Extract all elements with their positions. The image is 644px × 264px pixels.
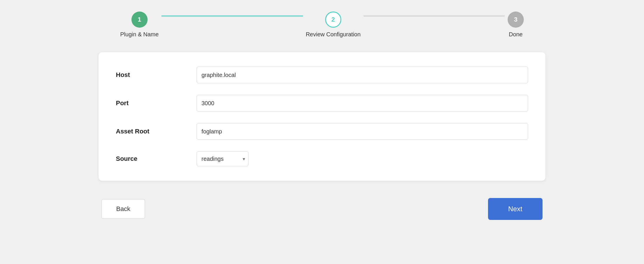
connector-1 [161, 16, 303, 16]
step-1-label: Plugin & Name [120, 31, 159, 38]
host-row: Host [116, 67, 528, 83]
step-1-circle: 1 [131, 12, 148, 28]
host-input[interactable] [197, 67, 528, 83]
source-select[interactable]: readings statistics [197, 151, 248, 166]
port-row: Port [116, 95, 528, 112]
asset-root-input[interactable] [197, 123, 528, 140]
step-3: 3 Done [508, 12, 524, 38]
step-3-label: Done [509, 31, 523, 38]
port-input[interactable] [197, 95, 528, 112]
footer: Back Next [99, 198, 545, 220]
step-3-number: 3 [514, 16, 517, 23]
source-select-wrapper: readings statistics ▾ [197, 151, 248, 166]
step-3-circle: 3 [508, 12, 524, 28]
source-label: Source [116, 155, 197, 163]
asset-root-row: Asset Root [116, 123, 528, 140]
connector-2 [364, 16, 505, 16]
step-2-label: Review Configuration [306, 31, 361, 38]
back-button[interactable]: Back [101, 199, 145, 219]
stepper: 1 Plugin & Name 2 Review Configuration 3… [120, 12, 524, 38]
step-2-circle: 2 [325, 12, 341, 28]
source-row: Source readings statistics ▾ [116, 151, 528, 166]
step-1-number: 1 [138, 16, 141, 23]
step-2: 2 Review Configuration [306, 12, 361, 38]
step-2-number: 2 [332, 16, 335, 23]
step-1: 1 Plugin & Name [120, 12, 159, 38]
form-card: Host Port Asset Root Source readings sta… [99, 52, 545, 181]
host-label: Host [116, 71, 197, 79]
asset-root-label: Asset Root [116, 128, 197, 135]
port-label: Port [116, 99, 197, 107]
next-button[interactable]: Next [488, 198, 543, 220]
